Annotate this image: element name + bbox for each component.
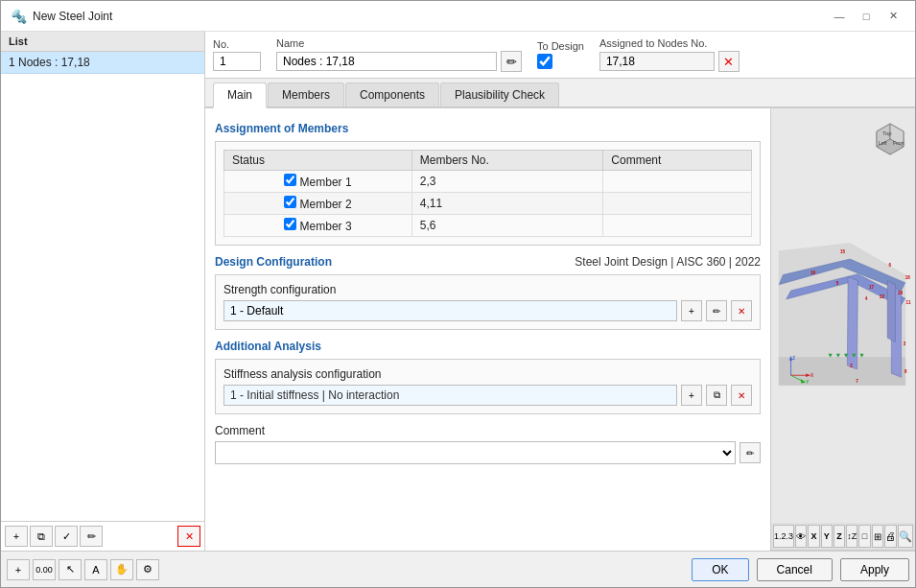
- add-item-button[interactable]: +: [5, 526, 28, 547]
- window-icon: 🔩: [11, 9, 27, 24]
- titlebar: 🔩 New Steel Joint — □ ✕: [1, 1, 915, 32]
- delete-item-button[interactable]: ✕: [177, 526, 200, 547]
- svg-marker-6: [847, 277, 857, 370]
- col-members-no: Members No.: [411, 151, 603, 171]
- comment-label: Comment: [215, 424, 761, 437]
- 3d-viewport[interactable]: 15 6 18 16 5 17 20 11 22 4 3 2 7: [771, 108, 915, 516]
- stiffness-label: Stiffness analysis configuration: [223, 367, 752, 381]
- view-zoom-button[interactable]: 🔍: [898, 525, 913, 548]
- bottom-cursor-button[interactable]: ↖: [59, 559, 82, 580]
- view-toolbar: 1.2.3 👁 X Y Z ↕Z □ ⊞ 🖨 🔍: [771, 523, 915, 551]
- svg-marker-2: [779, 358, 905, 386]
- view-y-button[interactable]: Y: [821, 525, 833, 548]
- window-title: New Steel Joint: [33, 10, 112, 23]
- member3-checkbox[interactable]: [284, 218, 296, 230]
- tab-members[interactable]: Members: [268, 82, 344, 106]
- name-field-group: Name ✏: [276, 37, 522, 72]
- assignment-section-box: Status Members No. Comment Member 1: [215, 141, 761, 246]
- list-toolbar: + ⧉ ✓ ✏ ✕: [1, 521, 204, 551]
- strength-config-label: Strength configuration: [223, 283, 752, 296]
- stiffness-dropdown[interactable]: 1 - Initial stiffness | No interaction: [223, 385, 677, 406]
- edit-item-button[interactable]: ✏: [80, 526, 103, 547]
- member3-comment: [603, 215, 752, 237]
- view-numbering-button[interactable]: 1.2.3: [773, 525, 794, 548]
- members-table: Status Members No. Comment Member 1: [223, 150, 752, 237]
- member3-no: 5,6: [411, 215, 603, 237]
- bottom-move-button[interactable]: ✋: [110, 559, 133, 580]
- copy-item-button[interactable]: ⧉: [30, 526, 53, 547]
- name-label: Name: [276, 37, 522, 49]
- svg-marker-7: [887, 281, 895, 342]
- member1-checkbox[interactable]: [284, 174, 296, 186]
- to-design-checkbox[interactable]: [537, 54, 552, 69]
- left-panel: List 1 Nodes : 17,18 + ⧉ ✓ ✏ ✕: [1, 32, 205, 551]
- view-grid-button[interactable]: ⊞: [872, 525, 883, 548]
- navigation-cube[interactable]: Top Left Front: [869, 116, 907, 154]
- tab-plausibility-check[interactable]: Plausibility Check: [440, 82, 559, 106]
- stiffness-delete-button[interactable]: ✕: [731, 385, 752, 406]
- table-row: Member 2 4,11: [224, 193, 752, 215]
- no-input[interactable]: [213, 52, 261, 71]
- member1-name: Member 1: [300, 176, 352, 189]
- close-button[interactable]: ✕: [881, 7, 905, 26]
- titlebar-buttons: — □ ✕: [827, 7, 905, 26]
- ok-button[interactable]: OK: [692, 558, 748, 581]
- comment-edit-button[interactable]: ✏: [740, 442, 761, 463]
- stiffness-dropdown-row: 1 - Initial stiffness | No interaction +…: [223, 385, 752, 406]
- svg-text:22: 22: [880, 294, 885, 299]
- name-row: ✏: [276, 51, 522, 72]
- member2-checkbox[interactable]: [284, 196, 296, 208]
- view-print-button[interactable]: 🖨: [884, 525, 897, 548]
- assigned-label: Assigned to Nodes No.: [599, 37, 740, 49]
- member3-check-cell: Member 3: [224, 215, 412, 237]
- assigned-row: ✕: [599, 51, 740, 72]
- member2-no: 4,11: [411, 193, 603, 215]
- check-item-button[interactable]: ✓: [55, 526, 78, 547]
- view-z-button[interactable]: Z: [834, 525, 845, 548]
- tab-components[interactable]: Components: [345, 82, 439, 106]
- svg-text:Front: Front: [893, 140, 904, 146]
- col-comment: Comment: [603, 151, 752, 171]
- assigned-clear-button[interactable]: ✕: [718, 51, 740, 72]
- bottom-text-button[interactable]: A: [84, 559, 107, 580]
- bottom-number-button[interactable]: 0.00: [33, 559, 56, 580]
- member2-check-cell: Member 2: [224, 193, 412, 215]
- maximize-button[interactable]: □: [854, 7, 879, 26]
- stiffness-add-button[interactable]: +: [681, 385, 702, 406]
- svg-text:17: 17: [869, 285, 875, 290]
- table-row: Member 3 5,6: [224, 215, 752, 237]
- view-render-button[interactable]: □: [858, 525, 870, 548]
- strength-add-button[interactable]: +: [681, 300, 702, 321]
- strength-dropdown-row: 1 - Default + ✏ ✕: [223, 300, 752, 321]
- top-fields: No. Name ✏ To Design As: [205, 32, 915, 79]
- bottom-toolbar: + 0.00 ↖ A ✋ ⚙ OK Cancel Apply: [1, 551, 915, 587]
- view-eye-button[interactable]: 👁: [795, 525, 807, 548]
- svg-text:18: 18: [905, 275, 911, 280]
- member3-name: Member 3: [300, 220, 352, 233]
- svg-text:Left: Left: [879, 140, 887, 146]
- list-item[interactable]: 1 Nodes : 17,18: [1, 52, 204, 74]
- name-edit-button[interactable]: ✏: [501, 51, 522, 72]
- additional-analysis-label: Additional Analysis: [215, 340, 761, 353]
- bottom-extra-button[interactable]: ⚙: [136, 559, 159, 580]
- strength-edit-button[interactable]: ✏: [706, 300, 727, 321]
- comment-row: ✏: [215, 441, 761, 464]
- bottom-add-button[interactable]: +: [7, 559, 30, 580]
- name-input[interactable]: [276, 52, 497, 71]
- apply-button[interactable]: Apply: [840, 558, 909, 581]
- bottom-left-tools: + 0.00 ↖ A ✋ ⚙: [7, 559, 159, 580]
- titlebar-left: 🔩 New Steel Joint: [11, 9, 112, 24]
- minimize-button[interactable]: —: [827, 7, 852, 26]
- cancel-button[interactable]: Cancel: [757, 558, 833, 581]
- assigned-input[interactable]: [599, 52, 715, 71]
- strength-delete-button[interactable]: ✕: [731, 300, 752, 321]
- no-label: No.: [213, 38, 261, 50]
- comment-dropdown[interactable]: [215, 441, 736, 464]
- 3d-svg: 15 6 18 16 5 17 20 11 22 4 3 2 7: [771, 108, 915, 516]
- view-x-button[interactable]: X: [808, 525, 819, 548]
- svg-text:20: 20: [898, 291, 904, 295]
- strength-dropdown[interactable]: 1 - Default: [223, 300, 677, 321]
- view-invert-z-button[interactable]: ↕Z: [846, 525, 857, 548]
- stiffness-copy-button[interactable]: ⧉: [706, 385, 727, 406]
- tab-main[interactable]: Main: [213, 82, 267, 108]
